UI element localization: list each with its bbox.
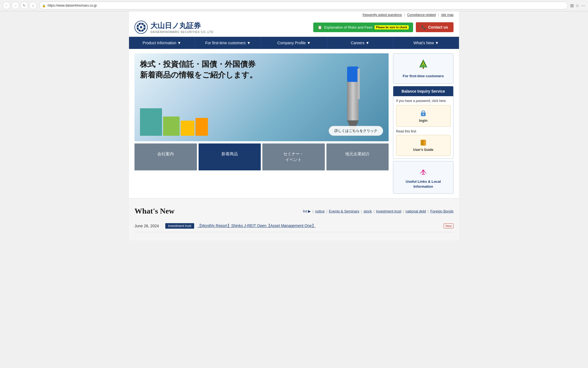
svg-rect-18 bbox=[423, 67, 424, 69]
filter-national-debt[interactable]: national debt bbox=[406, 209, 426, 213]
news-link[interactable]: 【Monthly Report】Shinko J-REIT Open【Asset… bbox=[197, 223, 316, 228]
browser-controls: ← → ↻ ⌂ bbox=[3, 2, 37, 9]
block-orange bbox=[196, 118, 208, 136]
balance-body: If you have a password, click here. logi… bbox=[393, 96, 453, 159]
logo-text-area: 大山日ノ丸証券 DAISENHINOMARU SECURITIES CO.,LT… bbox=[150, 21, 213, 34]
utility-bar: frequently asked questions | Compliance-… bbox=[129, 11, 459, 18]
svg-point-24 bbox=[423, 114, 424, 115]
balance-card: Balance Inquiry Service If you have a pa… bbox=[393, 86, 454, 159]
risks-label: Explanation of Risks and Fees bbox=[324, 25, 373, 29]
logo-icon bbox=[134, 21, 148, 34]
filter-stock[interactable]: stock bbox=[364, 209, 372, 213]
nav-product-info-label: Product Information bbox=[143, 41, 176, 45]
nav-first-time-label: For first-time customers bbox=[205, 41, 246, 45]
filter-foreign-bonds[interactable]: Foreign Bonds bbox=[430, 209, 454, 213]
faq-link[interactable]: frequently asked questions bbox=[363, 13, 402, 17]
hero-area: 株式・投資信託・国債・外国債券 新着商品の情報をご紹介します。 詳しくはこちらを… bbox=[134, 53, 389, 194]
sep2: | bbox=[438, 13, 439, 17]
filter-investment-trust[interactable]: investment trust bbox=[376, 209, 401, 213]
filter-notice[interactable]: notice bbox=[315, 209, 325, 213]
favorites-icon[interactable]: ☆ bbox=[575, 3, 579, 8]
page-wrapper: frequently asked questions | Compliance-… bbox=[129, 11, 459, 240]
phone-icon: 📞 bbox=[421, 25, 426, 29]
svg-line-30 bbox=[423, 172, 424, 175]
browser-chrome: ← → ↻ ⌂ 🔒 https://www.daisenhinomaru.co.… bbox=[0, 0, 588, 11]
balance-header: Balance Inquiry Service bbox=[393, 86, 453, 96]
list-arrow: ▶ bbox=[308, 209, 311, 213]
pen-image bbox=[325, 59, 380, 136]
nav-product-info[interactable]: Product Information ▼ bbox=[129, 37, 195, 49]
news-tag: investment trust bbox=[165, 223, 194, 229]
quick-link-local[interactable]: 地元企業紹介 bbox=[326, 143, 389, 170]
home-button[interactable]: ⌂ bbox=[29, 2, 37, 9]
clipboard-icon: 📋 bbox=[318, 25, 322, 29]
seedling-icon bbox=[399, 59, 448, 72]
hero-line1: 株式・投資信託・国債・外国債券 bbox=[140, 59, 257, 70]
svg-point-2 bbox=[140, 26, 142, 28]
main-content: 株式・投資信託・国債・外国債券 新着商品の情報をご紹介します。 詳しくはこちらを… bbox=[129, 49, 459, 198]
login-label: login bbox=[400, 118, 446, 123]
first-time-card[interactable]: For first-time customers bbox=[393, 53, 454, 84]
main-nav: Product Information ▼ For first-time cus… bbox=[129, 37, 459, 49]
first-time-label: For first-time customers bbox=[399, 74, 448, 78]
balance-desc: If you have a password, click here. bbox=[396, 99, 450, 103]
quick-link-company[interactable]: 会社案内 bbox=[134, 143, 197, 170]
forward-button[interactable]: → bbox=[12, 2, 19, 9]
risks-fees-button[interactable]: 📋 Explanation of Risks and Fees Please b… bbox=[313, 23, 413, 32]
useful-label: Useful Links & Local Information bbox=[398, 179, 449, 189]
svg-rect-14 bbox=[347, 67, 359, 82]
svg-rect-15 bbox=[358, 68, 360, 99]
news-date: June 26, 2024 bbox=[134, 224, 162, 228]
svg-rect-26 bbox=[421, 140, 423, 145]
back-button[interactable]: ← bbox=[3, 2, 10, 9]
nav-whats-new-arrow: ▼ bbox=[435, 41, 439, 45]
nav-careers-arrow: ▼ bbox=[366, 41, 369, 45]
quick-link-products[interactable]: 新着商品 bbox=[199, 143, 261, 170]
useful-links-card[interactable]: Useful Links & Local Information bbox=[393, 161, 454, 194]
compliance-link[interactable]: Compliance-related bbox=[407, 13, 436, 17]
news-item: June 26, 2024 investment trust 【Monthly … bbox=[134, 220, 454, 232]
hero-line2: 新着商品の情報をご紹介します。 bbox=[140, 70, 257, 80]
filter-events[interactable]: Events & Seminars bbox=[329, 209, 359, 213]
guide-button[interactable]: User's Guide bbox=[396, 135, 450, 156]
whats-new-header: What's New list ▶ | notice | Events & Se… bbox=[134, 207, 454, 215]
news-text: 【Monthly Report】Shinko J-REIT Open【Asset… bbox=[197, 223, 440, 228]
nav-company[interactable]: Company Profile ▼ bbox=[261, 37, 327, 49]
logo-area: 大山日ノ丸証券 DAISENHINOMARU SECURITIES CO.,LT… bbox=[134, 21, 213, 34]
block-yellow bbox=[181, 121, 194, 136]
contact-button[interactable]: 📞 Contact us bbox=[416, 22, 454, 32]
contact-label: Contact us bbox=[428, 25, 448, 29]
browser-actions: ⊞ ☆ ⋯ bbox=[570, 3, 585, 8]
lock-icon: 🔒 bbox=[42, 4, 46, 7]
hero-click-button[interactable]: 詳しくはこちらをクリック bbox=[329, 126, 383, 136]
sep1: | bbox=[404, 13, 405, 17]
url-text: https://www.daisenhinomaru.co.jp bbox=[48, 4, 97, 7]
nav-careers[interactable]: Careers ▼ bbox=[327, 37, 393, 49]
block-green bbox=[163, 117, 180, 136]
extensions-icon[interactable]: ⊞ bbox=[570, 3, 574, 8]
nav-first-time[interactable]: For first-time customers ▼ bbox=[195, 37, 261, 49]
nav-whats-new[interactable]: What's New ▼ bbox=[393, 37, 459, 49]
nav-company-label: Company Profile bbox=[277, 41, 306, 45]
list-filter[interactable]: list ▶ bbox=[303, 209, 311, 213]
reload-button[interactable]: ↻ bbox=[20, 2, 28, 9]
lock-login-icon bbox=[400, 109, 446, 118]
logo-en: DAISENHINOMARU SECURITIES CO.,LTD bbox=[150, 31, 213, 34]
sitemap-link[interactable]: site map bbox=[441, 13, 454, 17]
nav-first-time-arrow: ▼ bbox=[247, 41, 251, 45]
nav-whats-new-label: What's New bbox=[413, 41, 434, 45]
hero-text: 株式・投資信託・国債・外国債券 新着商品の情報をご紹介します。 bbox=[140, 59, 257, 80]
block-teal bbox=[140, 108, 162, 136]
list-label: list bbox=[303, 209, 307, 213]
hero-banner[interactable]: 株式・投資信託・国債・外国債券 新着商品の情報をご紹介します。 詳しくはこちらを… bbox=[134, 53, 389, 141]
whats-new-title: What's New bbox=[134, 207, 174, 215]
address-bar[interactable]: 🔒 https://www.daisenhinomaru.co.jp bbox=[39, 2, 568, 9]
whats-new-filter: list ▶ | notice | Events & Seminars | st… bbox=[303, 209, 454, 213]
menu-icon[interactable]: ⋯ bbox=[581, 3, 585, 8]
header: 大山日ノ丸証券 DAISENHINOMARU SECURITIES CO.,LT… bbox=[129, 18, 459, 37]
header-buttons: 📋 Explanation of Risks and Fees Please b… bbox=[313, 22, 454, 32]
first-time-content: For first-time customers bbox=[393, 54, 453, 84]
login-button[interactable]: login bbox=[396, 105, 450, 127]
logo-jp: 大山日ノ丸証券 bbox=[150, 21, 213, 31]
quick-link-seminar[interactable]: セミナー・イベント bbox=[262, 143, 325, 170]
